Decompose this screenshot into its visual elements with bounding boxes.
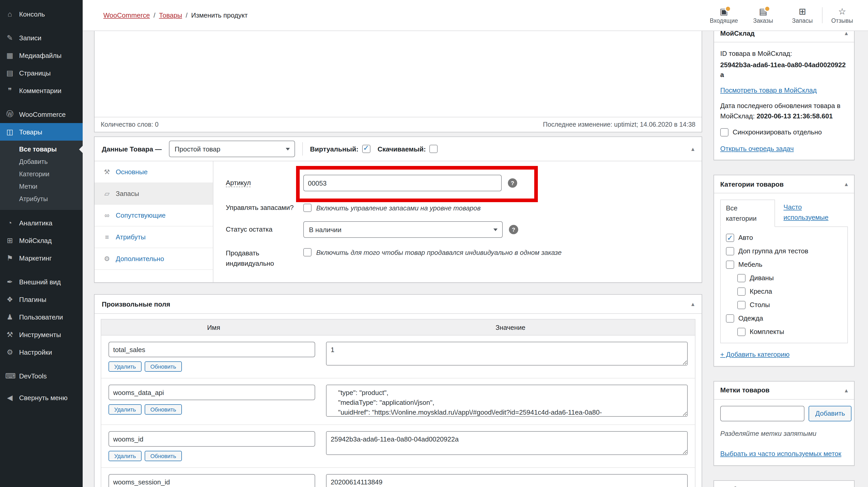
tab-attributes[interactable]: ≡ Атрибуты	[95, 226, 213, 248]
sidebar-subitem-add-new[interactable]: Добавить	[0, 155, 83, 168]
products-submenu: Все товары Добавить Категории Метки Атри…	[0, 141, 83, 210]
collapse-panel-icon[interactable]: ▴	[845, 486, 848, 487]
sidebar-item-tools[interactable]: ⚒ Инструменты	[0, 326, 83, 343]
virtual-checkbox[interactable]	[362, 145, 370, 153]
view-in-moysklad-link[interactable]: Посмотреть товар в МойСклад	[720, 86, 817, 94]
editor-text-area[interactable]	[95, 31, 702, 117]
delete-button[interactable]: Удалить	[108, 451, 142, 461]
product-type-select[interactable]: Простой товар	[169, 141, 295, 157]
inbox-button[interactable]: ▣ Входящие	[704, 0, 743, 30]
category-item[interactable]: Доп группа для тестов	[726, 245, 842, 258]
sold-individually-field[interactable]: Включить для того чтобы товар продавался…	[303, 248, 562, 256]
category-checkbox[interactable]	[737, 287, 746, 296]
stock-button[interactable]: ⊞ Запасы	[783, 0, 822, 30]
field-value-textarea[interactable]: 20200614113849	[326, 474, 688, 487]
collapse-panel-icon[interactable]: ▴	[845, 386, 848, 394]
sidebar-subitem-all-products[interactable]: Все товары	[0, 143, 83, 155]
table-row: Удалить Обновить "type": "product", "med…	[101, 378, 695, 425]
sidebar-item-settings[interactable]: ⚙ Настройки	[0, 343, 83, 361]
tab-all-categories[interactable]: Все категории	[720, 200, 775, 227]
field-name-input[interactable]	[108, 342, 315, 357]
collapse-panel-icon[interactable]: ▴	[691, 300, 694, 308]
field-name-input[interactable]	[108, 431, 315, 447]
field-name-input[interactable]	[108, 474, 315, 487]
sidebar-item-marketing[interactable]: ⚑ Маркетинг	[0, 249, 83, 267]
sidebar-item-posts[interactable]: ✎ Записи	[0, 29, 83, 47]
sidebar-item-pages[interactable]: ▤ Страницы	[0, 64, 83, 82]
collapse-panel-icon[interactable]: ▴	[845, 31, 848, 37]
tab-linked-products[interactable]: ∞ Сопутствующие	[95, 205, 213, 226]
tab-advanced[interactable]: ⚙ Дополнительно	[95, 248, 213, 270]
category-item[interactable]: Комплекты	[726, 325, 842, 339]
choose-from-tags-link[interactable]: Выбрать из часто используемых меток	[720, 449, 841, 459]
stock-status-select[interactable]: В наличии	[303, 221, 503, 238]
content-editor[interactable]: Количество слов: 0 Последнее изменение: …	[94, 31, 702, 132]
downloadable-checkbox-row[interactable]: Скачиваемый:	[377, 145, 438, 153]
orders-button[interactable]: ▤ Заказы	[743, 0, 783, 30]
category-checkbox[interactable]	[726, 261, 734, 269]
category-item[interactable]: Диваны	[726, 271, 842, 285]
sidebar-item-dashboard[interactable]: ⌂ Консоль	[0, 5, 83, 23]
sku-input[interactable]	[303, 175, 502, 191]
update-button[interactable]: Обновить	[145, 404, 182, 414]
delete-button[interactable]: Удалить	[108, 362, 142, 372]
help-icon[interactable]: ?	[508, 178, 517, 188]
category-item[interactable]: Авто	[726, 231, 842, 245]
sidebar-subitem-attributes[interactable]: Атрибуты	[0, 193, 83, 205]
manage-stock-checkbox[interactable]	[303, 204, 312, 212]
sidebar-item-collapse-menu[interactable]: ◀ Свернуть меню	[0, 389, 83, 406]
delete-button[interactable]: Удалить	[108, 404, 142, 414]
breadcrumb-link-products[interactable]: Товары	[159, 11, 182, 19]
sidebar-item-appearance[interactable]: ✒ Внешний вид	[0, 273, 83, 290]
category-item[interactable]: Кресла	[726, 285, 842, 298]
category-checkbox[interactable]	[726, 314, 734, 323]
sidebar-item-label: Свернуть меню	[19, 394, 67, 401]
sidebar-item-woocommerce[interactable]: Ⓦ WooCommerce	[0, 106, 83, 123]
sidebar-item-users[interactable]: ♟ Пользователи	[0, 308, 83, 326]
update-button[interactable]: Обновить	[145, 451, 182, 461]
tab-general[interactable]: ⚒ Основные	[95, 161, 213, 183]
sync-separately-checkbox[interactable]	[720, 128, 728, 137]
manage-stock-field[interactable]: Включить управление запасами на уровне т…	[303, 204, 481, 212]
field-value-textarea[interactable]: 1	[326, 342, 688, 366]
tab-inventory[interactable]: ▱ Запасы	[95, 183, 213, 205]
open-task-queue-link[interactable]: Открыть очередь задач	[720, 144, 794, 152]
sidebar-item-products[interactable]: ◫ Товары	[0, 123, 83, 141]
sync-separately-row[interactable]: Синхронизировать отдельно	[720, 127, 848, 137]
category-checkbox[interactable]	[726, 247, 734, 255]
breadcrumb-link-woocommerce[interactable]: WooCommerce	[103, 11, 150, 19]
sold-individually-checkbox[interactable]	[303, 248, 312, 256]
sidebar-subitem-tags[interactable]: Метки	[0, 180, 83, 193]
reviews-button[interactable]: ☆ Отзывы	[823, 0, 862, 30]
category-checkbox[interactable]	[737, 274, 746, 282]
field-name-input[interactable]	[108, 384, 315, 400]
virtual-label: Виртуальный:	[310, 145, 358, 153]
help-icon[interactable]: ?	[509, 225, 518, 234]
sidebar-item-analytics[interactable]: ◔ Аналитика	[0, 214, 83, 232]
collapse-panel-icon[interactable]: ▴	[845, 180, 848, 188]
sidebar-item-plugins[interactable]: ❖ Плагины	[0, 290, 83, 308]
add-tag-button[interactable]: Добавить	[809, 406, 852, 421]
add-category-link[interactable]: + Добавить категорию	[720, 349, 789, 360]
sidebar-item-moysklad[interactable]: ⊞ МойСклад	[0, 232, 83, 249]
category-checkbox[interactable]	[726, 234, 734, 242]
sidebar-item-comments[interactable]: ❞ Комментарии	[0, 82, 83, 99]
category-checkbox[interactable]	[737, 301, 746, 309]
virtual-checkbox-row[interactable]: Виртуальный:	[310, 145, 370, 153]
category-item[interactable]: Мебель	[726, 258, 842, 271]
category-item[interactable]: Одежда	[726, 312, 842, 325]
update-button[interactable]: Обновить	[145, 362, 182, 372]
tag-input[interactable]	[720, 406, 804, 421]
woocommerce-icon: Ⓦ	[5, 110, 14, 119]
tab-most-used[interactable]: Часто используемые	[783, 202, 848, 226]
field-value-textarea[interactable]: "type": "product", "mediaType": "applica…	[326, 384, 688, 417]
field-value-textarea[interactable]: 25942b3a-ada6-11ea-0a80-04ad0020922a	[326, 431, 688, 455]
collapse-panel-icon[interactable]: ▴	[691, 145, 694, 152]
category-item[interactable]: Столы	[726, 298, 842, 312]
sidebar-item-media[interactable]: ▦ Медиафайлы	[0, 47, 83, 64]
downloadable-checkbox[interactable]	[429, 145, 438, 153]
categories-list[interactable]: Авто Доп группа для тестов Мебель Д	[720, 226, 848, 343]
category-checkbox[interactable]	[737, 328, 746, 336]
sidebar-item-devtools[interactable]: ⌨ DevTools	[0, 367, 83, 384]
sidebar-subitem-categories[interactable]: Категории	[0, 168, 83, 180]
